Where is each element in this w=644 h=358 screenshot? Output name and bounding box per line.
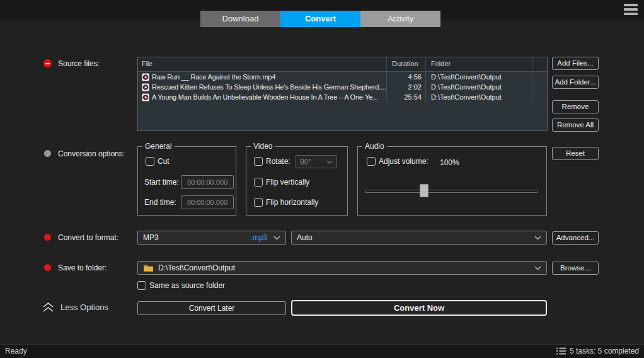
general-groupbox: General Cut Start time: End time: — [137, 146, 236, 216]
status-text: Ready — [5, 347, 27, 355]
remove-all-button[interactable]: Remove All — [552, 118, 599, 132]
conversion-options-label: Conversion options: — [58, 149, 125, 158]
browse-button[interactable]: Browse... — [552, 262, 599, 275]
add-folder-button[interactable]: Add Folder... — [552, 76, 599, 89]
slider-handle[interactable] — [420, 184, 428, 197]
format-value: MP3 — [143, 233, 159, 242]
remove-button[interactable]: Remove — [552, 100, 599, 113]
column-header-spacer — [532, 57, 547, 71]
folder-icon — [143, 264, 154, 272]
general-group-title: General — [142, 142, 175, 151]
tab-activity[interactable]: Activity — [360, 11, 440, 27]
same-as-source-checkbox[interactable]: Same as source folder — [137, 281, 225, 290]
video-file-icon — [142, 83, 149, 91]
chevron-down-icon — [534, 236, 541, 240]
column-header-folder[interactable]: Folder — [426, 57, 532, 71]
column-header-file[interactable]: File — [138, 57, 387, 71]
less-options-label: Less Options — [60, 303, 108, 312]
table-row[interactable]: Raw Run __ Race Against the Storm.mp4 4:… — [138, 72, 547, 82]
remove-source-badge-icon[interactable] — [43, 59, 52, 67]
video-file-icon — [142, 93, 149, 101]
file-duration: 25:54 — [387, 92, 426, 102]
save-folder-select[interactable]: D:\Test\Convert\Output — [137, 261, 547, 275]
tasks-status-text: 5 tasks: 5 completed — [570, 347, 639, 355]
optional-bullet-icon — [44, 150, 51, 157]
app-window: Download Convert Activity Source files: … — [0, 0, 644, 358]
tab-download[interactable]: Download — [200, 11, 280, 27]
quality-select[interactable]: Auto — [291, 231, 547, 245]
less-options-toggle[interactable]: Less Options — [42, 302, 108, 313]
source-files-table: File Duration Folder Raw Run __ Race Aga… — [137, 57, 548, 131]
rotate-label: Rotate: — [266, 157, 290, 166]
checkbox-icon — [254, 198, 263, 207]
chevron-down-icon — [326, 160, 333, 164]
cut-label: Cut — [158, 157, 170, 166]
end-time-row: End time: — [144, 195, 234, 209]
required-bullet-icon — [44, 234, 51, 241]
source-files-label: Source files: — [58, 59, 100, 68]
save-folder-path: D:\Test\Convert\Output — [158, 263, 235, 272]
file-folder: D:\Test\Convert\Output — [426, 82, 532, 92]
file-name: A Young Man Builds An Unbelievable Woode… — [152, 92, 378, 102]
double-chevron-up-icon — [42, 302, 55, 313]
volume-slider[interactable] — [365, 183, 538, 199]
flip-horizontally-label: Flip horizontally — [266, 198, 318, 207]
table-header: File Duration Folder — [138, 57, 547, 72]
flip-vertically-checkbox[interactable]: Flip vertically — [254, 178, 309, 187]
checkbox-icon — [146, 157, 154, 166]
video-group-title: Video — [251, 142, 275, 151]
checkbox-icon — [254, 157, 263, 166]
status-bar: Ready 5 tasks: 5 completed — [0, 344, 644, 358]
start-time-row: Start time: — [144, 175, 234, 189]
checkbox-icon — [137, 281, 146, 290]
adjust-volume-checkbox[interactable]: Adjust volume: — [367, 157, 428, 166]
table-row[interactable]: Rescued Kitten Refuses To Sleep Unless H… — [138, 82, 547, 92]
end-time-label: End time: — [144, 198, 181, 207]
cut-checkbox[interactable]: Cut — [146, 157, 170, 166]
advanced-button[interactable]: Advanced... — [552, 231, 599, 245]
required-bullet-icon — [44, 264, 51, 271]
file-folder: D:\Test\Convert\Output — [426, 92, 532, 102]
video-file-icon — [142, 73, 149, 81]
convert-later-button[interactable]: Convert Later — [137, 301, 286, 315]
rotate-checkbox[interactable]: Rotate: — [254, 157, 290, 166]
convert-to-format-label: Convert to format: — [58, 233, 118, 242]
audio-groupbox: Audio Adjust volume: 100% — [357, 146, 547, 216]
table-row[interactable]: A Young Man Builds An Unbelievable Woode… — [138, 92, 547, 102]
video-groupbox: Video Rotate: 90° Flip vertically Flip h… — [246, 146, 348, 216]
format-select[interactable]: MP3 .mp3 — [137, 231, 286, 245]
slider-track — [365, 190, 538, 193]
file-duration: 2:02 — [387, 82, 426, 92]
reset-button[interactable]: Reset — [552, 147, 599, 160]
save-to-folder-label: Save to folder: — [58, 263, 106, 272]
volume-value: 100% — [440, 158, 459, 167]
flip-horizontally-checkbox[interactable]: Flip horizontally — [254, 198, 318, 207]
task-list-icon[interactable] — [556, 347, 566, 355]
audio-group-title: Audio — [362, 142, 387, 151]
same-as-source-label: Same as source folder — [149, 281, 225, 290]
rotate-select[interactable]: 90° — [296, 155, 337, 168]
quality-value: Auto — [297, 233, 313, 242]
file-name: Rescued Kitten Refuses To Sleep Unless H… — [152, 82, 386, 92]
rotate-value: 90° — [300, 158, 311, 166]
file-name: Raw Run __ Race Against the Storm.mp4 — [152, 72, 275, 82]
convert-now-button[interactable]: Convert Now — [291, 300, 547, 316]
add-files-button[interactable]: Add Files... — [552, 57, 599, 70]
start-time-input[interactable] — [181, 175, 234, 189]
start-time-label: Start time: — [144, 178, 181, 187]
adjust-volume-label: Adjust volume: — [379, 157, 428, 166]
tab-bar: Download Convert Activity — [200, 11, 440, 27]
tab-convert[interactable]: Convert — [280, 11, 360, 27]
column-header-duration[interactable]: Duration — [387, 57, 426, 71]
format-extension: .mp3 — [250, 233, 267, 242]
chevron-down-icon — [534, 266, 541, 270]
file-duration: 4:56 — [387, 72, 426, 82]
flip-vertically-label: Flip vertically — [266, 178, 309, 187]
end-time-input[interactable] — [181, 195, 234, 209]
checkbox-icon — [367, 157, 376, 166]
checkbox-icon — [254, 178, 263, 187]
file-folder: D:\Test\Convert\Output — [426, 72, 532, 82]
chevron-down-icon — [273, 236, 280, 240]
menu-icon[interactable] — [624, 4, 638, 17]
